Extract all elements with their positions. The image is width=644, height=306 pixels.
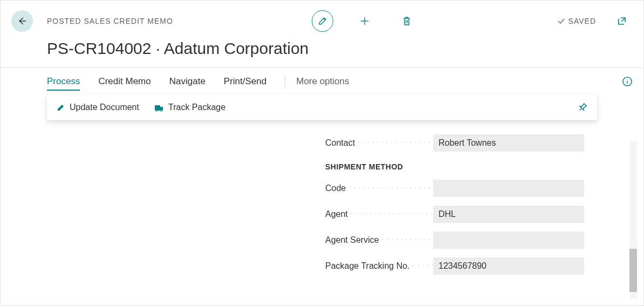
svg-point-4 (160, 110, 162, 112)
field-value-code[interactable] (433, 180, 584, 197)
arrow-left-icon (17, 16, 28, 26)
field-value-contact[interactable]: Robert Townes (433, 134, 584, 152)
section-shipment-method: SHIPMENT METHOD (325, 156, 584, 175)
tab-process[interactable]: Process (47, 68, 80, 95)
field-agent: Agent DHL (325, 201, 584, 227)
header-row: POSTED SALES CREDIT MEMO SAVED (1, 1, 643, 37)
update-document-label: Update Document (70, 103, 139, 112)
info-button[interactable] (622, 76, 633, 87)
pin-button[interactable] (578, 103, 587, 112)
edit-button[interactable] (312, 10, 333, 32)
content-area: Contact Robert Townes SHIPMENT METHOD Co… (1, 120, 643, 279)
pencil-icon (318, 16, 327, 26)
field-value-agent-service[interactable] (433, 232, 584, 249)
field-label-code: Code (325, 183, 433, 193)
field-label-agent-service: Agent Service (325, 235, 433, 245)
field-value-agent[interactable]: DHL (433, 206, 584, 223)
saved-status: SAVED (557, 17, 596, 25)
tab-print-send[interactable]: Print/Send (224, 68, 266, 95)
field-value-tracking[interactable]: 1234567890 (433, 257, 584, 275)
track-package-label: Track Package (168, 103, 225, 112)
field-agent-service: Agent Service (325, 227, 584, 253)
new-button[interactable] (354, 10, 375, 32)
pencil-small-icon (57, 103, 65, 112)
page-title: PS-CR104002 · Adatum Corporation (1, 37, 643, 67)
field-label-agent: Agent (325, 209, 433, 219)
more-options[interactable]: More options (296, 76, 349, 87)
field-label-contact: Contact (325, 138, 433, 148)
svg-rect-1 (155, 105, 160, 111)
back-button[interactable] (11, 10, 33, 32)
tab-credit-memo[interactable]: Credit Memo (98, 68, 150, 95)
scrollbar-thumb[interactable] (629, 249, 637, 292)
action-bar: Update Document Track Package (47, 94, 597, 120)
pin-icon (578, 103, 587, 112)
popout-button[interactable] (611, 10, 633, 32)
package-icon (154, 103, 164, 112)
field-code: Code (325, 175, 584, 201)
tab-divider (285, 75, 285, 88)
svg-point-3 (155, 110, 157, 112)
tab-row: Process Credit Memo Navigate Print/Send … (1, 67, 643, 94)
field-contact: Contact Robert Townes (325, 130, 584, 156)
breadcrumb: POSTED SALES CREDIT MEMO (47, 17, 173, 25)
field-package-tracking-no: Package Tracking No. 1234567890 (325, 253, 584, 279)
track-package-action[interactable]: Track Package (154, 103, 225, 112)
update-document-action[interactable]: Update Document (57, 103, 139, 112)
saved-label: SAVED (568, 17, 596, 25)
popout-icon (616, 16, 627, 26)
trash-icon (402, 16, 412, 26)
info-icon (622, 76, 633, 87)
fields-column: Contact Robert Townes SHIPMENT METHOD Co… (325, 120, 584, 279)
check-icon (557, 17, 565, 25)
field-label-tracking: Package Tracking No. (325, 261, 433, 271)
tab-navigate[interactable]: Navigate (169, 68, 205, 95)
plus-icon (359, 16, 370, 26)
delete-button[interactable] (396, 10, 417, 32)
